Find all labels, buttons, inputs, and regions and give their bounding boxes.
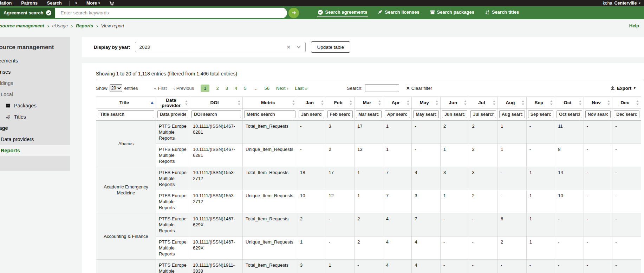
export-button[interactable]: Export ▼ — [610, 86, 636, 91]
month-cell-aug: 2 — [498, 236, 527, 259]
year-select[interactable]: 2023 ✕ — [135, 42, 306, 52]
column-header-jan[interactable]: Jan — [297, 97, 326, 109]
page-button-2[interactable]: 2 — [216, 86, 219, 91]
filter-input-apr[interactable] — [385, 110, 410, 118]
update-table-button[interactable]: Update table — [311, 41, 351, 53]
filter-cell — [326, 109, 354, 120]
filter-input-jan[interactable] — [299, 110, 324, 118]
clear-filter-button[interactable]: ✕ Clear filter — [406, 86, 432, 91]
column-header-title[interactable]: Title — [96, 97, 156, 109]
table-search-input[interactable] — [365, 84, 399, 92]
month-cell-sep: - — [526, 144, 555, 167]
column-header-data-provider[interactable]: Data provider — [156, 97, 190, 109]
logged-in-user-menu[interactable]: koha Centerville ▾ — [603, 1, 640, 6]
sidebar-item-eusage[interactable]: eUsage — [0, 122, 70, 134]
table-controls: Show 20 entries « First‹ Previous12345…5… — [96, 84, 641, 92]
chevron-down-icon[interactable] — [296, 45, 301, 49]
topbar-search-dropdown[interactable]: ▾ — [76, 2, 77, 5]
column-header-dec[interactable]: Dec — [612, 97, 641, 109]
column-header-feb[interactable]: Feb — [326, 97, 354, 109]
doi-cell: 10.1111/(ISSN)1467-6281 — [190, 144, 243, 167]
filter-input-metric[interactable] — [244, 110, 295, 118]
sort-icon — [464, 100, 467, 105]
column-label: DOI — [210, 100, 219, 105]
last-page-button[interactable]: Last » — [295, 86, 307, 91]
sidebar-item-data-providers[interactable]: Data providers — [0, 134, 70, 145]
sidebar-item-label: eHoldings — [0, 80, 13, 86]
column-header-sep[interactable]: Sep — [526, 97, 555, 109]
filter-input-dec[interactable] — [614, 110, 639, 118]
topbar-item-label: More — [86, 1, 97, 6]
filter-input-sep[interactable] — [528, 110, 554, 118]
filter-input-data-provider[interactable] — [157, 110, 188, 118]
filter-input-feb[interactable] — [327, 110, 353, 118]
column-header-mar[interactable]: Mar — [354, 97, 383, 109]
page-button-1[interactable]: 1 — [201, 85, 209, 92]
month-cell-apr: 7 — [383, 167, 412, 190]
column-header-apr[interactable]: Apr — [383, 97, 412, 109]
sidebar-item-reports[interactable]: Reports — [0, 145, 70, 156]
tab-search-licenses[interactable]: Search licenses — [377, 8, 420, 17]
help-link[interactable]: Help — [629, 23, 639, 28]
page-length-select[interactable]: 20 — [110, 84, 122, 92]
sidebar-item-licenses[interactable]: Licenses — [0, 66, 70, 78]
library-name: Centerville — [614, 1, 637, 6]
filter-input-jun[interactable] — [442, 110, 468, 118]
next-page-button[interactable]: Next › — [276, 86, 288, 91]
search-submit-button[interactable] — [288, 8, 299, 18]
column-header-may[interactable]: May — [412, 97, 441, 109]
year-select-value: 2023 — [139, 45, 287, 50]
filter-input-doi[interactable] — [191, 110, 241, 118]
month-cell-feb: 2 — [326, 144, 354, 167]
sidebar-item-packages[interactable]: Packages — [0, 100, 70, 111]
column-header-aug[interactable]: Aug — [498, 97, 527, 109]
cart-icon[interactable] — [109, 1, 114, 6]
filter-input-aug[interactable] — [499, 110, 525, 118]
sidebar-item-eholdings[interactable]: eHoldings — [0, 78, 70, 89]
month-cell-aug: 6 — [498, 213, 527, 236]
data-provider-cell: PTFS Europe Multiple Reports — [156, 236, 190, 259]
previous-page-button[interactable]: ‹ Previous — [174, 86, 194, 91]
tab-search-packages[interactable]: Search packages — [429, 8, 475, 17]
column-label: Aug — [506, 100, 515, 105]
x-icon[interactable]: ✕ — [287, 45, 291, 50]
breadcrumb-item-reports[interactable]: Reports — [76, 23, 93, 28]
column-header-nov[interactable]: Nov — [584, 97, 612, 109]
column-header-jun[interactable]: Jun — [440, 97, 469, 109]
topbar-item-patrons[interactable]: Patrons — [21, 1, 38, 6]
table-row: PTFS Europe Multiple Reports10.1111/(ISS… — [96, 144, 641, 167]
first-page-button[interactable]: « First — [154, 86, 167, 91]
search-input[interactable] — [55, 8, 287, 18]
filter-input-title[interactable] — [98, 110, 154, 118]
search-type-pill[interactable]: Agreement search — [0, 8, 55, 18]
column-header-jul[interactable]: Jul — [469, 97, 498, 109]
column-header-doi[interactable]: DOI — [190, 97, 243, 109]
month-cell-jul: 3 — [469, 167, 498, 190]
month-cell-nov: - — [584, 167, 612, 190]
column-header-oct[interactable]: Oct — [555, 97, 584, 109]
page-button-5[interactable]: 5 — [244, 86, 246, 91]
page-button-3[interactable]: 3 — [226, 86, 228, 91]
month-cell-sep: 1 — [526, 167, 555, 190]
filter-input-mar[interactable] — [356, 110, 382, 118]
tab-search-titles[interactable]: AZSearch titles — [484, 8, 520, 17]
filter-input-may[interactable] — [413, 110, 439, 118]
filter-input-nov[interactable] — [585, 110, 611, 118]
topbar-item-search[interactable]: Search — [47, 1, 62, 6]
tab-search-agreements[interactable]: Search agreements — [317, 8, 368, 17]
sidebar-item-local[interactable]: Local — [0, 89, 70, 100]
breadcrumb-item-e-resource-management[interactable]: E-resource management — [0, 23, 44, 28]
month-cell-oct: - — [555, 213, 584, 236]
column-header-metric[interactable]: Metric — [243, 97, 297, 109]
filter-input-oct[interactable] — [557, 110, 582, 118]
filter-input-jul[interactable] — [470, 110, 496, 118]
page-button-4[interactable]: 4 — [235, 86, 237, 91]
sidebar-item-agreements[interactable]: Agreements — [0, 55, 70, 66]
sidebar-item-titles[interactable]: AZTitles — [0, 111, 70, 122]
breadcrumb-item-eusage: eUsage — [52, 23, 68, 28]
topbar-item-circulation[interactable]: Circulation — [0, 1, 12, 6]
month-cell-jul: 2 — [469, 190, 498, 213]
topbar-item-more[interactable]: More▾ — [86, 1, 100, 6]
page-button-56[interactable]: 56 — [264, 86, 269, 91]
table-row: Accounting PerspectivesPTFS Europe Multi… — [96, 259, 641, 273]
